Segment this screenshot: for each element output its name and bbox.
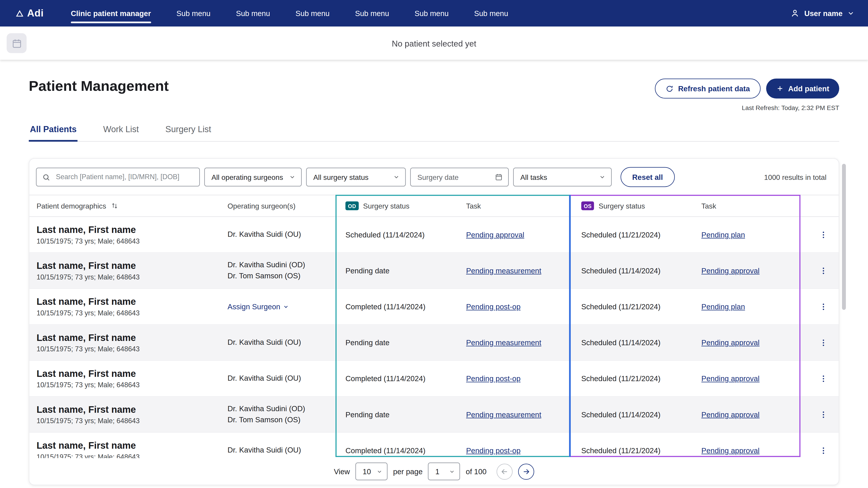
patient-details: 10/15/1975; 73 yrs; Male; 648643 (37, 273, 220, 281)
filter-bar: All operating surgeons All surgery statu… (29, 159, 839, 195)
assign-surgeon-label: Assign Surgeon (228, 303, 280, 311)
surgeon-name: Dr. Kavitha Sudini (OD) (228, 260, 336, 271)
os-task-link[interactable]: Pending approval (702, 411, 760, 419)
patient-table: Patient demographics Operating surgeon(s… (29, 195, 839, 458)
surgeon-name: Dr. Kavitha Suidi (OU) (228, 445, 336, 456)
od-surgery-status: Pending date (336, 266, 458, 275)
table-row: Last name, First name 10/15/1975; 73 yrs… (29, 325, 839, 361)
od-task-link[interactable]: Pending post-op (466, 375, 521, 383)
patient-name: Last name, First name (37, 296, 220, 307)
row-actions-kebab-button[interactable] (815, 406, 831, 422)
calendar-icon (495, 173, 502, 181)
nav-item-clinic-patient-manager[interactable]: Clinic patient manager (58, 0, 164, 27)
patient-details: 10/15/1975; 73 yrs; Male; 648643 (37, 237, 220, 245)
per-page-select[interactable]: 10 (355, 462, 388, 480)
page-value: 1 (435, 467, 439, 476)
logo-triangle-icon (16, 9, 24, 18)
table-row: Last name, First name 10/15/1975; 73 yrs… (29, 289, 839, 325)
os-task-link[interactable]: Pending approval (702, 267, 760, 275)
row-actions-kebab-button[interactable] (815, 227, 831, 242)
chevron-down-icon (289, 174, 296, 180)
nav-item-sub-menu[interactable]: Sub menu (461, 0, 521, 27)
page-select[interactable]: 1 (428, 462, 460, 480)
chevron-down-icon (449, 468, 455, 475)
nav-item-sub-menu[interactable]: Sub menu (283, 0, 342, 27)
surgery-date-picker[interactable]: Surgery date (410, 168, 509, 186)
col-os-task: Task (694, 202, 801, 210)
nav-item-sub-menu[interactable]: Sub menu (342, 0, 402, 27)
operating-surgeons-dropdown[interactable]: All operating surgeons (204, 168, 302, 186)
per-page-value: 10 (363, 467, 371, 476)
os-surgery-status: Scheduled (11/21/2024) (569, 375, 694, 383)
surgeon-names: Dr. Kavitha Sudini (OD)Dr. Tom Samson (O… (228, 260, 336, 282)
od-task-link[interactable]: Pending approval (466, 231, 524, 239)
app-logo[interactable]: Adi (0, 0, 58, 27)
refresh-patient-data-button[interactable]: Refresh patient data (655, 78, 761, 98)
sort-icon[interactable] (111, 202, 118, 210)
od-task-link[interactable]: Pending post-op (466, 303, 521, 311)
tasks-dropdown[interactable]: All tasks (513, 168, 612, 186)
context-bar: No patient selected yet (0, 27, 868, 60)
tab-all-patients[interactable]: All Patients (29, 119, 78, 141)
os-task-link[interactable]: Pending approval (702, 375, 760, 383)
od-surgery-status: Completed (11/14/2024) (336, 446, 458, 455)
patient-name: Last name, First name (37, 224, 220, 236)
surgery-status-dropdown[interactable]: All surgery status (306, 168, 406, 186)
search-input[interactable] (55, 173, 194, 182)
chevron-down-icon (599, 174, 606, 180)
od-task-link[interactable]: Pending post-op (466, 447, 521, 455)
table-body: Last name, First name 10/15/1975; 73 yrs… (29, 217, 839, 458)
page-header: Patient Management Refresh patient data … (29, 77, 839, 95)
tab-work-list[interactable]: Work List (102, 119, 140, 141)
os-task-link[interactable]: Pending approval (702, 339, 760, 347)
os-task-link[interactable]: Pending plan (702, 231, 745, 239)
row-actions-kebab-button[interactable] (815, 442, 831, 458)
surgeon-name: Dr. Kavitha Suidi (OU) (228, 337, 336, 348)
operating-surgeons-dropdown-value: All operating surgeons (212, 173, 283, 181)
vertical-scrollbar-thumb[interactable] (842, 164, 846, 310)
patient-context-button[interactable] (6, 33, 26, 53)
nav-item-sub-menu[interactable]: Sub menu (164, 0, 223, 27)
plus-icon (776, 85, 784, 92)
reset-all-button[interactable]: Reset all (620, 167, 675, 187)
od-surgery-status: Completed (11/14/2024) (336, 302, 458, 311)
row-actions-kebab-button[interactable] (815, 370, 831, 387)
patient-details: 10/15/1975; 73 yrs; Male; 648643 (37, 309, 220, 317)
row-actions-kebab-button[interactable] (815, 334, 831, 350)
assign-surgeon-link[interactable]: Assign Surgeon (228, 303, 289, 311)
nav-item-sub-menu[interactable]: Sub menu (402, 0, 461, 27)
row-actions-kebab-button[interactable] (815, 263, 831, 279)
calendar-icon (11, 38, 22, 48)
os-surgery-status: Scheduled (11/21/2024) (569, 302, 694, 311)
next-page-button[interactable] (518, 463, 534, 480)
od-task-link[interactable]: Pending measurement (466, 411, 541, 419)
nav-menu: Clinic patient managerSub menuSub menuSu… (58, 0, 521, 27)
chevron-down-icon (393, 174, 400, 180)
per-page-label: per page (393, 467, 423, 476)
os-task-link[interactable]: Pending plan (702, 303, 745, 311)
user-icon (790, 8, 800, 18)
od-task-link[interactable]: Pending measurement (466, 267, 541, 275)
user-name-label: User name (804, 9, 842, 18)
od-task-link[interactable]: Pending measurement (466, 339, 541, 347)
table-row: Last name, First name 10/15/1975; 73 yrs… (29, 397, 839, 433)
patient-details: 10/15/1975; 73 yrs; Male; 648643 (37, 453, 220, 458)
patient-name: Last name, First name (37, 368, 220, 380)
previous-page-button[interactable] (497, 463, 513, 480)
nav-item-sub-menu[interactable]: Sub menu (223, 0, 283, 27)
add-patient-button[interactable]: Add patient (766, 78, 839, 98)
tab-surgery-list[interactable]: Surgery List (164, 119, 212, 141)
od-surgery-status: Completed (11/14/2024) (336, 375, 458, 383)
row-actions-kebab-button[interactable] (815, 298, 831, 315)
os-task-link[interactable]: Pending approval (702, 447, 760, 455)
table-row: Last name, First name 10/15/1975; 73 yrs… (29, 253, 839, 289)
patient-details: 10/15/1975; 73 yrs; Male; 648643 (37, 381, 220, 389)
table-header-row: Patient demographics Operating surgeon(s… (29, 195, 839, 217)
surgeon-name: Dr. Kavitha Suidi (OU) (228, 373, 336, 384)
os-surgery-status: Scheduled (11/14/2024) (569, 410, 694, 419)
results-count: 1000 results in total (764, 173, 832, 181)
surgeon-name: Dr. Kavitha Suidi (OU) (228, 229, 336, 240)
user-menu[interactable]: User name (777, 0, 868, 27)
patient-search-box (36, 168, 200, 186)
os-surgery-status: Scheduled (11/21/2024) (569, 230, 694, 239)
